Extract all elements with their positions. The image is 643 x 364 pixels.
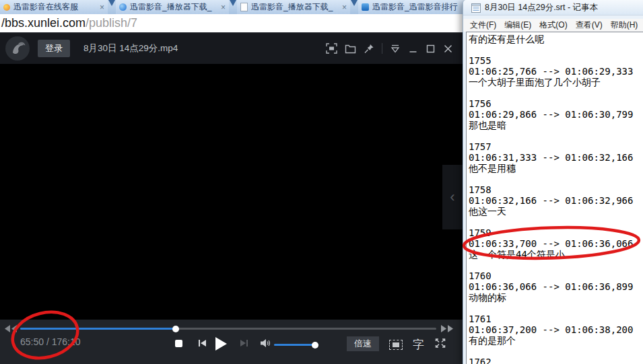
text-line <box>469 174 643 184</box>
text-line: 动物的标 <box>469 292 643 303</box>
tab-label: 迅雷影音_播放器下载_ <box>130 1 217 13</box>
text-line: 1757 <box>469 141 643 152</box>
text-line: 01:06:32,166 --> 01:06:32,966 <box>469 195 643 206</box>
text-line: 01:06:33,700 --> 01:06:36,066 <box>469 238 643 249</box>
text-line: 01:06:37,200 --> 01:06:38,200 <box>469 324 643 335</box>
mini-window-icon-fill <box>393 342 399 347</box>
screen: 迅雷影音在线客服×迅雷影音_播放器下载_×迅雷影音_播放器下载_×迅雷影音_迅雷… <box>0 0 643 364</box>
seek-forward-icon[interactable] <box>440 325 454 332</box>
text-line <box>469 131 643 141</box>
tab-separator-icon <box>351 0 358 6</box>
player-time-display: 65:50 / 176:10 <box>20 336 81 347</box>
text-line <box>469 260 643 270</box>
player-video-title: 8月30日 14点29分.mp4 <box>83 42 178 54</box>
playback-speed-button[interactable]: 倍速 <box>347 336 379 351</box>
tab-label: 迅雷影音_播放器下载_ <box>251 1 339 13</box>
text-line: 他不是用穗 <box>469 163 643 174</box>
play-button[interactable] <box>215 336 228 351</box>
notepad-text-area[interactable]: 有的还有是什么呢 175501:06:25,766 --> 01:06:29,3… <box>466 32 643 364</box>
player-control-bar: 65:50 / 176:10 <box>0 320 463 364</box>
browser-url-bar[interactable]: /bbs.xunlei.com/publish/7 <box>0 14 464 32</box>
browser-tab[interactable]: 迅雷影音_播放器下载_× <box>237 0 350 14</box>
text-line: 有的还有是什么呢 <box>469 34 643 44</box>
text-line: 1759 <box>469 227 643 238</box>
menu-item[interactable]: 帮助(H) <box>607 18 642 32</box>
close-icon[interactable] <box>443 44 453 54</box>
chevron-left-icon: ‹ <box>450 188 454 206</box>
text-line: 他这一天 <box>469 206 643 217</box>
tab-close-icon[interactable]: × <box>221 3 226 12</box>
text-line: 这一个符是44个符是小 <box>469 249 643 260</box>
url-path-text: /publish/7 <box>86 16 137 30</box>
text-line: 1755 <box>469 55 643 66</box>
titlebar-separator <box>382 43 382 54</box>
notepad-app-icon <box>471 3 481 13</box>
text-line: 01:06:31,333 --> 01:06:32,166 <box>469 152 643 163</box>
notepad-menubar: 文件(F)编辑(E)格式(O)查看(V)帮助(H) <box>463 19 643 32</box>
maximize-icon[interactable] <box>426 44 436 54</box>
tab-label: 迅雷影音在线客服 <box>13 1 96 13</box>
mini-mode-icon[interactable] <box>326 43 337 54</box>
favicon-xunlei-icon <box>362 3 369 11</box>
text-line: 01:06:25,766 --> 01:06:29,333 <box>469 66 643 77</box>
tab-close-icon[interactable]: × <box>100 3 104 12</box>
text-line: 那也是暗 <box>469 120 643 131</box>
tab-separator-icon <box>108 0 115 6</box>
favicon-blue-swirl-icon <box>119 3 127 11</box>
browser-tab[interactable]: 迅雷影音_播放器下载_× <box>116 0 229 14</box>
notepad-titlebar[interactable]: 8月30日 14点29分.srt - 记事本 <box>463 0 643 15</box>
player-logo-icon <box>5 36 30 61</box>
menu-item[interactable]: 编辑(E) <box>500 18 535 32</box>
previous-button[interactable] <box>198 339 207 347</box>
menu-item[interactable]: 格式(O) <box>535 18 571 32</box>
video-player-window: 登录 8月30日 14点29分.mp4 <box>0 32 463 364</box>
seek-backward-icon[interactable] <box>4 325 18 332</box>
stop-button[interactable] <box>175 340 182 347</box>
next-button[interactable] <box>240 339 248 347</box>
favicon-page-icon <box>240 3 248 11</box>
text-line: 1756 <box>469 98 643 109</box>
pin-icon[interactable] <box>364 44 374 54</box>
favicon-orange-icon <box>3 4 10 11</box>
text-line: 01:06:29,866 --> 01:06:30,799 <box>469 109 643 120</box>
url-host-text: /bbs.xunlei.com <box>1 16 86 30</box>
text-line: 1760 <box>469 270 643 281</box>
menu-item[interactable]: 查看(V) <box>572 18 607 32</box>
text-line <box>469 87 643 98</box>
text-line: 1762 <box>469 357 643 364</box>
tab-separator-icon <box>230 0 236 6</box>
login-button[interactable]: 登录 <box>38 40 70 57</box>
text-line <box>469 303 643 314</box>
progress-fill <box>20 328 176 330</box>
subtitle-button[interactable]: 字 <box>413 337 424 353</box>
minimize-icon[interactable] <box>408 44 418 54</box>
volume-knob[interactable] <box>312 342 318 349</box>
text-line <box>469 44 643 55</box>
browser-tab[interactable]: 迅雷影音在线客服× <box>0 0 108 14</box>
volume-fill <box>274 344 315 346</box>
tab-label: 迅雷影音_迅雷影音排行 <box>372 1 463 13</box>
player-titlebar-icons <box>326 43 463 54</box>
volume-slider[interactable] <box>274 344 318 346</box>
text-line: 01:06:36,066 --> 01:06:36,899 <box>469 281 643 292</box>
open-file-icon[interactable] <box>345 44 356 54</box>
progress-knob[interactable] <box>172 326 179 332</box>
player-titlebar[interactable]: 登录 8月30日 14点29分.mp4 <box>0 32 463 64</box>
text-line <box>469 346 643 357</box>
tab-close-icon[interactable]: × <box>342 3 347 12</box>
text-line: 1758 <box>469 184 643 195</box>
text-line <box>469 217 643 227</box>
browser-tab[interactable]: 迅雷影音_迅雷影音排行× <box>358 0 474 14</box>
text-line: 一个大胡子里面泡了几个小胡子 <box>469 77 643 87</box>
mini-window-icon[interactable] <box>389 340 403 350</box>
notepad-window: 8月30日 14点29分.srt - 记事本 文件(F)编辑(E)格式(O)查看… <box>463 0 643 364</box>
progress-bar[interactable] <box>20 328 436 330</box>
text-line: 有的是那个 <box>469 335 643 346</box>
volume-icon[interactable] <box>260 338 271 348</box>
playlist-panel-toggle[interactable]: ‹ <box>442 165 463 229</box>
notepad-title: 8月30日 14点29分.srt - 记事本 <box>485 2 598 13</box>
text-line: 1761 <box>469 314 643 324</box>
main-menu-icon[interactable] <box>390 44 401 54</box>
fullscreen-icon[interactable] <box>434 338 446 349</box>
menu-item[interactable]: 文件(F) <box>466 18 500 32</box>
